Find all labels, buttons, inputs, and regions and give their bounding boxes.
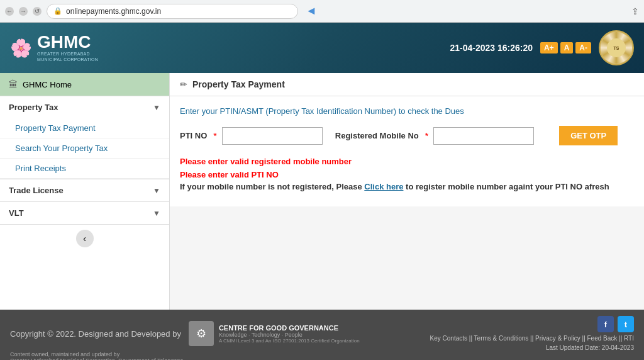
sidebar-item-search-property-tax[interactable]: Search Your Property Tax: [0, 138, 169, 159]
footer-links: Key Contacts || Terms & Conditions || Pr…: [430, 335, 634, 342]
content-area: ✏ Property Tax Payment Enter your PTIN/A…: [170, 73, 644, 310]
logo-area: 🌸 GHMC GREATER HYDERABAD MUNICIPAL CORPO…: [10, 33, 113, 62]
font-medium-button[interactable]: A: [560, 42, 574, 53]
mobile-label: Registered Mobile No: [335, 131, 419, 140]
cgg-text-block: CENTRE FOR GOOD GOVERNANCE Knowledge · T…: [219, 324, 360, 344]
sidebar-section-label-trade-license: Trade License: [9, 186, 64, 195]
last-updated: Last Updated Date: 20-04-2023: [546, 344, 634, 351]
get-otp-button[interactable]: GET OTP: [559, 126, 618, 145]
sidebar-section-label-vlt: VLT: [9, 208, 24, 218]
facebook-icon[interactable]: f: [597, 316, 614, 332]
emblem-center: TS: [607, 38, 626, 57]
logo-full-name: GREATER HYDERABAD MUNICIPAL CORPORATION: [37, 51, 113, 62]
cgg-title: CENTRE FOR GOOD GOVERNANCE: [219, 324, 360, 332]
sidebar-section-header-property-tax[interactable]: Property Tax ▼: [0, 96, 169, 118]
sidebar-item-print-receipts[interactable]: Print Receipts: [0, 159, 169, 179]
form-row: PTI NO * Registered Mobile No * GET OTP: [180, 126, 634, 145]
header-right: 21-04-2023 16:26:20 A+ A A- TS: [450, 30, 634, 65]
chevron-down-icon-vlt: ▼: [153, 209, 160, 218]
register-msg-after: to register mobile number againt your PT…: [403, 182, 609, 191]
site-header: 🌸 GHMC GREATER HYDERABAD MUNICIPAL CORPO…: [0, 23, 644, 73]
register-msg-before: If your mobile number is not registered,…: [180, 182, 364, 191]
arrow-indicator: ◄: [306, 4, 317, 18]
page-title: Property Tax Payment: [192, 79, 285, 89]
pti-required-indicator: *: [213, 131, 216, 141]
error-messages: Please enter valid registered mobile num…: [180, 155, 634, 191]
site-footer: Copyright © 2022. Designed and Developed…: [0, 310, 644, 360]
content-header: ✏ Property Tax Payment: [170, 73, 644, 96]
sidebar-item-home[interactable]: 🏛 GHMC Home: [0, 73, 169, 96]
back-button[interactable]: ←: [5, 7, 14, 16]
logo-flower-icon: 🌸: [10, 38, 32, 59]
error-msg-pti: Please enter valid PTI NO: [180, 169, 634, 182]
datetime-display: 21-04-2023 16:26:20: [450, 43, 533, 53]
footer-bottom: Content owned, maintained and updated by…: [10, 351, 634, 360]
forward-button[interactable]: →: [19, 7, 28, 16]
edit-icon: ✏: [180, 79, 187, 89]
pti-form-group: PTI NO *: [180, 127, 323, 145]
copyright-text: Copyright © 2022. Designed and Developed…: [10, 329, 181, 339]
footer-left: Copyright © 2022. Designed and Developed…: [10, 321, 360, 346]
telangana-emblem: TS: [599, 30, 634, 65]
sidebar: 🏛 GHMC Home Property Tax ▼ Property Tax …: [0, 73, 170, 310]
sidebar-section-trade-license: Trade License ▼: [0, 179, 169, 202]
pti-label: PTI NO: [180, 131, 207, 140]
footer-top: Copyright © 2022. Designed and Developed…: [10, 316, 634, 351]
main-layout: 🏛 GHMC Home Property Tax ▼ Property Tax …: [0, 73, 644, 310]
url-text: onlinepayments.ghmc.gov.in: [66, 7, 161, 16]
error-msg-mobile: Please enter valid registered mobile num…: [180, 155, 634, 169]
cgg-subtitle: Knowledge · Technology · People: [219, 332, 360, 338]
ptin-info-text: Enter your PTIN/ASMT (Property Tax Ident…: [180, 106, 634, 116]
mobile-input[interactable]: [433, 127, 534, 145]
sidebar-scroll-button[interactable]: ‹: [76, 230, 94, 247]
sidebar-section-vlt: VLT ▼: [0, 202, 169, 225]
font-small-button[interactable]: A-: [575, 42, 591, 53]
footer-content-note: Content owned, maintained and updated by…: [10, 351, 185, 360]
browser-chrome: ← → ↺ 🔒 onlinepayments.ghmc.gov.in ◄ ⇪: [0, 0, 644, 23]
sidebar-item-property-tax-payment[interactable]: Property Tax Payment: [0, 118, 169, 138]
lock-icon: 🔒: [53, 7, 62, 15]
chevron-down-icon-trade: ▼: [153, 186, 160, 195]
twitter-icon[interactable]: t: [618, 316, 634, 332]
mobile-form-group: Registered Mobile No *: [335, 127, 534, 145]
logo-ghmc: GHMC: [37, 33, 113, 51]
content-body: Enter your PTIN/ASMT (Property Tax Ident…: [170, 96, 644, 206]
sidebar-section-header-vlt[interactable]: VLT ▼: [0, 202, 169, 224]
address-bar[interactable]: 🔒 onlinepayments.ghmc.gov.in: [47, 4, 298, 19]
sidebar-section-header-trade-license[interactable]: Trade License ▼: [0, 179, 169, 201]
font-controls: A+ A A-: [540, 42, 591, 53]
cgg-logo: ⚙ CENTRE FOR GOOD GOVERNANCE Knowledge ·…: [189, 321, 360, 346]
register-message: If your mobile number is not registered,…: [180, 182, 634, 191]
click-here-link[interactable]: Click here: [364, 182, 403, 191]
sidebar-section-label-property-tax: Property Tax: [9, 103, 58, 112]
sidebar-section-property-tax: Property Tax ▼ Property Tax Payment Sear…: [0, 96, 169, 179]
social-icons: f t: [597, 316, 634, 332]
pti-input[interactable]: [222, 127, 323, 145]
font-large-button[interactable]: A+: [540, 42, 558, 53]
refresh-button[interactable]: ↺: [33, 7, 42, 16]
chevron-down-icon: ▼: [153, 103, 160, 112]
mobile-required-indicator: *: [425, 131, 428, 141]
cgg-cert: A CMMI Level 3 and An ISO 27001:2013 Cer…: [219, 338, 360, 344]
sidebar-home-label: GHMC Home: [23, 80, 72, 89]
logo-text: GHMC GREATER HYDERABAD MUNICIPAL CORPORA…: [37, 33, 113, 62]
share-button[interactable]: ⇪: [631, 6, 639, 16]
home-icon: 🏛: [9, 79, 18, 89]
cgg-emblem-icon: ⚙: [189, 321, 214, 346]
